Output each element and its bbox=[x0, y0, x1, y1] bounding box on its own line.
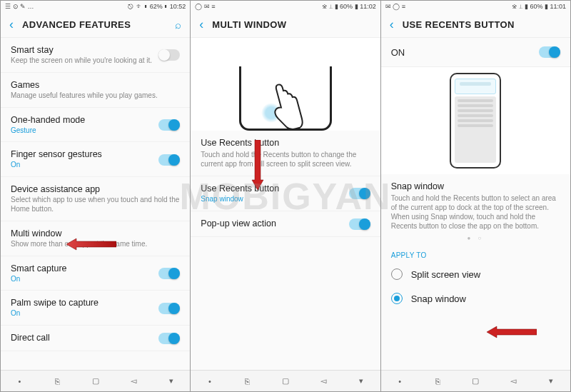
nav-down[interactable]: ▾ bbox=[343, 376, 380, 386]
description: Use Recents button Touch and hold the Re… bbox=[191, 131, 380, 176]
status-left-icons: ☰ ⊙ ✎ … bbox=[5, 3, 34, 10]
nav-recents[interactable]: ⎘ bbox=[39, 377, 76, 386]
toggle-popup-view[interactable] bbox=[349, 218, 370, 230]
page-indicator: ● ○ bbox=[381, 233, 570, 244]
toggle-one-handed[interactable] bbox=[158, 119, 180, 131]
row-sub: Show more than one app at the same time. bbox=[11, 240, 180, 249]
nav-home[interactable]: ▢ bbox=[76, 376, 114, 386]
panel-multi-window: ◯ ✉ ≡ ※ ⟂ ▮ 60% ▮ 11:02 ‹ MULTI WINDOW U… bbox=[191, 1, 380, 391]
app-bar: ‹ ADVANCED FEATURES ⌕ bbox=[1, 12, 190, 38]
status-bar: ✉ ◯ ≡ ※ ⟂ ▮ 60% ▮ 11:01 bbox=[381, 1, 570, 12]
description-title: Use Recents button bbox=[201, 138, 370, 148]
row-title: Palm swipe to capture bbox=[11, 298, 153, 308]
row-title: One-handed mode bbox=[11, 115, 153, 125]
description-body: Touch and hold the Recents button to cha… bbox=[201, 150, 370, 169]
content: Use Recents button Touch and hold the Re… bbox=[191, 38, 380, 370]
row-popup-view[interactable]: Pop-up view action bbox=[191, 211, 380, 237]
row-title: Use Recents button bbox=[201, 184, 343, 194]
nav-down[interactable]: ▾ bbox=[152, 376, 190, 386]
toggle-smart-stay[interactable] bbox=[158, 49, 180, 61]
row-multi-window[interactable]: Multi windowShow more than one app at th… bbox=[1, 221, 190, 256]
nav-down[interactable]: ▾ bbox=[532, 376, 570, 386]
row-smart-stay[interactable]: Smart stayKeep the screen on while you'r… bbox=[1, 38, 190, 73]
row-use-recents[interactable]: Use Recents buttonSnap window bbox=[191, 176, 380, 211]
nav-recents[interactable]: ⎘ bbox=[419, 377, 457, 386]
row-smart-capture[interactable]: Smart captureOn bbox=[1, 256, 190, 291]
nav-recents[interactable]: ⎘ bbox=[228, 377, 266, 386]
row-title: Device assistance app bbox=[11, 184, 180, 194]
toggle-palm-swipe[interactable] bbox=[158, 303, 180, 314]
content: ON Snap window Touch and hold the Recent… bbox=[381, 38, 570, 370]
status-bar: ☰ ⊙ ✎ … ⎋ ᯤ ▮ 62% ▮ 10:52 bbox=[1, 1, 190, 12]
illustration bbox=[381, 67, 570, 174]
row-title: Direct call bbox=[11, 333, 153, 343]
description-body: Touch and hold the Recents button to sel… bbox=[391, 194, 560, 231]
row-title: Finger sensor gestures bbox=[11, 149, 153, 159]
toggle-master[interactable] bbox=[539, 46, 560, 58]
illustration bbox=[191, 38, 380, 131]
page-title: USE RECENTS BUTTON bbox=[403, 19, 515, 30]
row-device-assistance[interactable]: Device assistance appSelect which app to… bbox=[1, 177, 190, 221]
row-sub: Snap window bbox=[201, 195, 343, 204]
panel-advanced-features: ☰ ⊙ ✎ … ⎋ ᯤ ▮ 62% ▮ 10:52 ‹ ADVANCED FEA… bbox=[1, 1, 190, 391]
nav-back[interactable]: ◅ bbox=[495, 376, 532, 386]
toggle-use-recents[interactable] bbox=[349, 188, 370, 199]
status-right: ※ ⟂ ▮ 60% ▮ 11:02 bbox=[322, 3, 376, 10]
radio-icon[interactable] bbox=[391, 293, 403, 304]
search-icon[interactable]: ⌕ bbox=[175, 19, 181, 31]
status-right: ※ ⟂ ▮ 60% ▮ 11:01 bbox=[512, 3, 566, 10]
page-title: ADVANCED FEATURES bbox=[22, 19, 131, 30]
nav-dot[interactable]: • bbox=[381, 377, 419, 386]
row-direct-call[interactable]: Direct call bbox=[1, 326, 190, 351]
nav-bar: • ⎘ ▢ ◅ ▾ bbox=[381, 370, 570, 391]
settings-list: Smart stayKeep the screen on while you'r… bbox=[1, 38, 190, 370]
status-left-icons: ◯ ✉ ≡ bbox=[195, 3, 215, 10]
toggle-direct-call[interactable] bbox=[158, 333, 180, 344]
master-toggle-row[interactable]: ON bbox=[381, 38, 570, 67]
nav-back[interactable]: ◅ bbox=[305, 376, 343, 386]
row-title: Pop-up view action bbox=[201, 218, 343, 228]
nav-bar: • ⎘ ▢ ◅ ▾ bbox=[1, 370, 190, 391]
description: Snap window Touch and hold the Recents b… bbox=[381, 174, 570, 233]
back-icon[interactable]: ‹ bbox=[390, 17, 394, 32]
option-label: Snap window bbox=[411, 293, 466, 304]
row-sub: On bbox=[11, 309, 153, 318]
nav-dot[interactable]: • bbox=[1, 377, 39, 386]
phone-preview-icon bbox=[450, 73, 501, 169]
row-palm-swipe[interactable]: Palm swipe to captureOn bbox=[1, 291, 190, 326]
option-split-screen[interactable]: Split screen view bbox=[381, 262, 570, 286]
row-sub: Gesture bbox=[11, 126, 153, 136]
description-title: Snap window bbox=[391, 181, 560, 191]
row-title: Multi window bbox=[11, 228, 180, 238]
app-bar: ‹ MULTI WINDOW bbox=[191, 12, 380, 38]
option-label: Split screen view bbox=[411, 269, 481, 280]
row-sub: Select which app to use when you touch a… bbox=[11, 196, 180, 214]
row-title: Smart capture bbox=[11, 263, 153, 273]
row-one-handed[interactable]: One-handed modeGesture bbox=[1, 108, 190, 143]
status-right: ⎋ ᯤ ▮ 62% ▮ 10:52 bbox=[128, 3, 186, 10]
app-bar: ‹ USE RECENTS BUTTON bbox=[381, 12, 570, 38]
row-sub: On bbox=[11, 161, 153, 170]
back-icon[interactable]: ‹ bbox=[9, 17, 14, 32]
status-bar: ◯ ✉ ≡ ※ ⟂ ▮ 60% ▮ 11:02 bbox=[191, 1, 380, 12]
radio-icon[interactable] bbox=[391, 268, 403, 280]
row-title: Games bbox=[11, 80, 180, 90]
row-sub: Keep the screen on while you're looking … bbox=[11, 56, 153, 66]
row-finger-sensor[interactable]: Finger sensor gesturesOn bbox=[1, 142, 190, 177]
option-snap-window[interactable]: Snap window bbox=[381, 286, 570, 311]
panel-use-recents-button: ✉ ◯ ≡ ※ ⟂ ▮ 60% ▮ 11:01 ‹ USE RECENTS BU… bbox=[381, 1, 570, 391]
on-label: ON bbox=[391, 47, 405, 58]
nav-dot[interactable]: • bbox=[191, 377, 228, 386]
page-title: MULTI WINDOW bbox=[212, 19, 286, 30]
nav-home[interactable]: ▢ bbox=[266, 376, 304, 386]
row-title: Smart stay bbox=[11, 45, 153, 55]
toggle-finger-sensor[interactable] bbox=[158, 154, 180, 166]
nav-home[interactable]: ▢ bbox=[457, 376, 495, 386]
status-left-icons: ✉ ◯ ≡ bbox=[385, 3, 405, 10]
nav-back[interactable]: ◅ bbox=[114, 376, 152, 386]
row-games[interactable]: GamesManage useful features while you pl… bbox=[1, 73, 190, 108]
back-icon[interactable]: ‹ bbox=[199, 17, 203, 32]
row-sub: On bbox=[11, 275, 153, 284]
toggle-smart-capture[interactable] bbox=[158, 268, 180, 279]
row-sub: Manage useful features while you play ga… bbox=[11, 91, 180, 101]
